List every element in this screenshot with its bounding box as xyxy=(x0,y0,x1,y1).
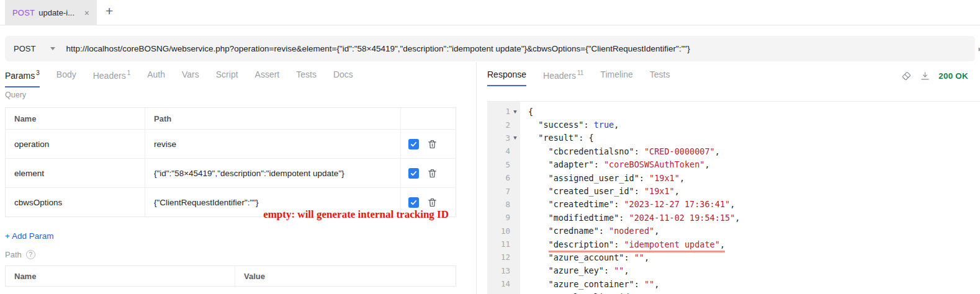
trash-icon[interactable] xyxy=(427,139,438,149)
trash-icon[interactable] xyxy=(427,168,438,179)
code-line: 5 "adapter": "coreBOSWSAuthToken", xyxy=(487,158,980,171)
red-annotation-note: empty: will generate internal tracking I… xyxy=(0,208,449,221)
code-text: "cbcredentialsno": "CRED-0000007", xyxy=(528,146,720,156)
code-text: "description": "idempotent update", xyxy=(528,239,725,249)
line-number: 14 xyxy=(501,279,510,288)
code-line: 14 "azure_container": "", xyxy=(487,277,980,290)
path-section-label: Path ? xyxy=(5,250,35,259)
tab-response-headers[interactable]: Headers11 xyxy=(543,69,583,86)
response-body-viewer: 1▼{2 "success": true,3▼ "result": {4 "cb… xyxy=(487,101,980,294)
tab-docs[interactable]: Docs xyxy=(333,69,353,87)
row-enabled-checkbox[interactable] xyxy=(408,139,419,149)
tab-title: update-i... xyxy=(38,8,74,17)
code-text: { xyxy=(528,107,533,117)
tab-script[interactable]: Script xyxy=(216,69,238,87)
tab-headers[interactable]: Headers1 xyxy=(93,69,130,87)
line-number: 13 xyxy=(501,266,510,275)
query-params-table: Name Path operation revise element {"id"… xyxy=(5,107,456,217)
code-line: 6 "assigned_user_id": "19x1", xyxy=(487,171,980,184)
chevron-down-icon[interactable] xyxy=(50,47,55,50)
response-code-lines: 1▼{2 "success": true,3▼ "result": {4 "cb… xyxy=(487,105,980,294)
path-params-table: Name Value xyxy=(5,265,456,287)
tab-timeline[interactable]: Timeline xyxy=(600,69,632,86)
tab-assert[interactable]: Assert xyxy=(255,69,280,87)
code-text: "azure_container": "", xyxy=(528,279,659,289)
line-number: 2 xyxy=(505,120,510,130)
method-select[interactable]: POST xyxy=(14,44,35,53)
tab-params[interactable]: Params3 xyxy=(5,69,40,87)
response-actions: 200 OK xyxy=(901,71,968,81)
url-input[interactable]: http://localhost/coreBOSNG/webservice.ph… xyxy=(66,44,690,53)
tab-method-badge: POST xyxy=(12,8,35,17)
param-name-field[interactable]: element xyxy=(6,159,145,187)
tab-body[interactable]: Body xyxy=(56,69,76,87)
tab-tests[interactable]: Tests xyxy=(296,69,317,87)
line-number: 11 xyxy=(501,239,510,249)
clear-response-icon[interactable] xyxy=(901,71,912,81)
code-text: "success": true, xyxy=(528,120,619,130)
table-header-row: Name Value xyxy=(6,266,456,286)
row-enabled-checkbox[interactable] xyxy=(408,197,419,208)
query-section-label: Query xyxy=(5,91,26,99)
add-param-button[interactable]: + Add Param xyxy=(5,231,53,241)
line-number: 5 xyxy=(505,160,510,169)
line-number: 3 xyxy=(505,133,510,143)
column-header-name: Name xyxy=(6,266,235,286)
table-header-row: Name Path xyxy=(6,108,456,129)
code-line: 10 "credname": "nodered", xyxy=(487,225,980,238)
code-line: 12 "azure_account": "", xyxy=(487,251,980,264)
panel-divider xyxy=(476,62,477,294)
code-line: 1▼{ xyxy=(487,105,980,118)
fold-arrow-icon[interactable]: ▼ xyxy=(510,109,520,115)
code-line: 3▼ "result": { xyxy=(487,131,980,145)
status-badge: 200 OK xyxy=(938,71,968,81)
url-bar: POST http://localhost/coreBOSNG/webservi… xyxy=(5,36,975,61)
param-path-field[interactable]: {"id":"58×45419","description":"idempote… xyxy=(145,159,401,187)
tab-response[interactable]: Response xyxy=(487,69,526,86)
code-text: "createdtime": "2023-12-27 17:36:41", xyxy=(528,199,735,209)
code-line: 2 "success": true, xyxy=(487,118,980,131)
line-number: 9 xyxy=(505,213,510,222)
code-text: "credname": "nodered", xyxy=(528,226,659,236)
line-number: 1 xyxy=(505,107,510,116)
help-icon[interactable]: ? xyxy=(26,250,35,259)
code-line: 13 "azure_key": "", xyxy=(487,264,980,277)
download-icon[interactable] xyxy=(920,71,930,81)
column-header-value: Value xyxy=(235,266,456,286)
code-text: "modifiedtime": "2024-11-02 19:54:15", xyxy=(528,213,740,223)
column-header-path: Path xyxy=(145,108,401,129)
request-tab[interactable]: POST update-i... × xyxy=(5,0,97,25)
tab-response-tests[interactable]: Tests xyxy=(650,69,670,86)
close-icon[interactable]: × xyxy=(84,8,89,18)
column-header-name: Name xyxy=(6,108,145,129)
request-tab-strip: Params3 Body Headers1 Auth Vars Script A… xyxy=(5,69,353,87)
line-number: 8 xyxy=(505,200,510,209)
code-text: "assigned_user_id": "19x1", xyxy=(528,173,685,183)
code-text: "azure_key": "", xyxy=(528,265,629,275)
line-number: 6 xyxy=(505,173,510,182)
fold-arrow-icon[interactable]: ▼ xyxy=(510,135,520,141)
param-path-field[interactable]: revise xyxy=(145,130,401,158)
line-number: 12 xyxy=(501,252,510,262)
code-line: 4 "cbcredentialsno": "CRED-0000007", xyxy=(487,145,980,158)
code-line: 9 "modifiedtime": "2024-11-02 19:54:15", xyxy=(487,211,980,224)
trash-icon[interactable] xyxy=(427,197,438,208)
new-tab-button[interactable]: + xyxy=(106,4,113,19)
code-text: "created_user_id": "19x1", xyxy=(528,186,680,196)
code-text: "result": { xyxy=(528,133,594,143)
tab-auth[interactable]: Auth xyxy=(147,69,165,87)
table-row: element {"id":"58×45419","description":"… xyxy=(6,158,456,187)
code-text: "azure_account": "", xyxy=(528,252,649,262)
code-line: 7 "created_user_id": "19x1", xyxy=(487,184,980,197)
tab-bar: POST update-i... × + xyxy=(0,0,980,25)
response-tab-strip: Response Headers11 Timeline Tests xyxy=(487,69,670,86)
code-text: "adapter": "coreBOSWSAuthToken", xyxy=(528,159,710,169)
row-enabled-checkbox[interactable] xyxy=(408,168,419,179)
code-line: 15 "google_clientid": "" xyxy=(487,290,980,294)
line-number: 7 xyxy=(505,187,510,196)
line-number: 10 xyxy=(501,226,510,236)
tab-vars[interactable]: Vars xyxy=(182,69,199,87)
code-line: 11 "description": "idempotent update", xyxy=(487,238,980,251)
param-name-field[interactable]: operation xyxy=(6,130,145,158)
code-line: 8 "createdtime": "2023-12-27 17:36:41", xyxy=(487,198,980,211)
